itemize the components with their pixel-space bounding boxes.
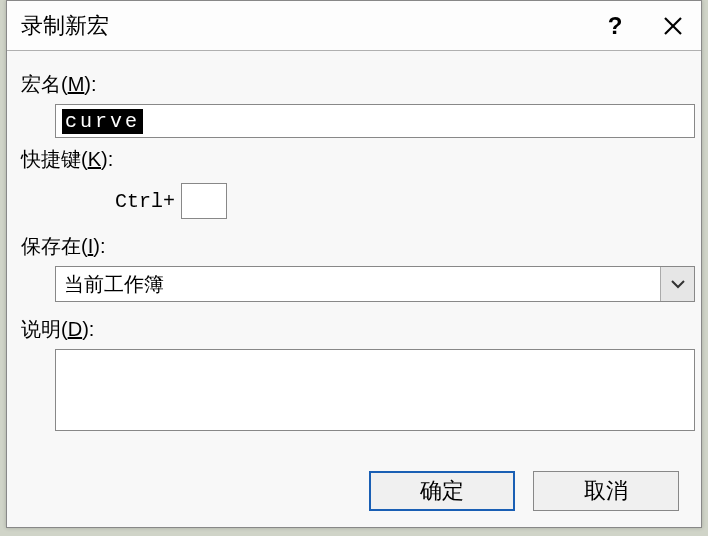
dialog-body: 宏名(M): curve 快捷键(K): Ctrl+ 保存在(I): 当前工作簿: [7, 51, 701, 445]
description-label: 说明(D):: [21, 316, 683, 343]
shortcut-prefix: Ctrl+: [115, 190, 175, 213]
store-in-dropdown[interactable]: 当前工作簿: [55, 266, 695, 302]
store-in-label: 保存在(I):: [21, 233, 683, 260]
record-macro-dialog: 录制新宏 ? 宏名(M): curve 快捷键(K): Ct: [6, 0, 702, 528]
help-button[interactable]: ?: [593, 6, 637, 46]
help-icon: ?: [608, 12, 623, 40]
close-button[interactable]: [651, 6, 695, 46]
chevron-down-icon: [671, 279, 685, 289]
dialog-title: 录制新宏: [21, 11, 109, 41]
dropdown-toggle[interactable]: [660, 267, 694, 301]
close-icon: [663, 16, 683, 36]
shortcut-label: 快捷键(K):: [21, 146, 683, 173]
macro-name-label: 宏名(M):: [21, 71, 683, 98]
title-controls: ?: [593, 6, 695, 46]
titlebar: 录制新宏 ?: [7, 1, 701, 51]
cancel-button[interactable]: 取消: [533, 471, 679, 511]
macro-name-input[interactable]: curve: [55, 104, 695, 138]
button-row: 确定 取消: [369, 471, 679, 511]
shortcut-key-input[interactable]: [181, 183, 227, 219]
store-in-selected: 当前工作簿: [56, 267, 660, 301]
ok-button[interactable]: 确定: [369, 471, 515, 511]
macro-name-value: curve: [62, 109, 143, 134]
description-input[interactable]: [55, 349, 695, 431]
